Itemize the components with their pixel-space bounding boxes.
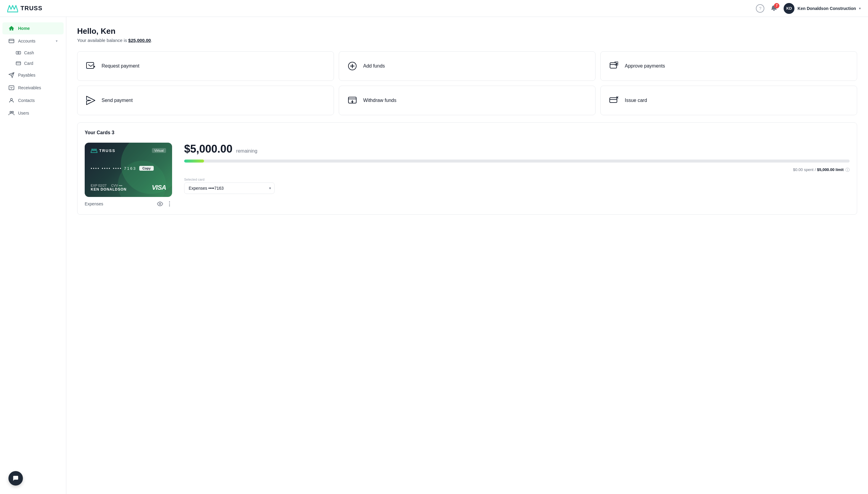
balance-prefix: Your available balance is [77, 38, 129, 43]
svg-marker-0 [7, 5, 18, 12]
spend-info: $0.00 spent / $5,000.00 limit ⓘ [184, 167, 850, 173]
cards-section: Your Cards 3 TRUSS Virtual [77, 122, 857, 215]
issue-card-card[interactable]: Issue card [600, 86, 857, 115]
balance-text: Your available balance is $25,000.00. [77, 38, 857, 43]
remaining-amount: $5,000.00 [184, 142, 232, 155]
svg-marker-21 [86, 96, 95, 104]
send-payment-label: Send payment [102, 98, 133, 103]
cards-section-title: Your Cards 3 [85, 130, 850, 135]
card-content: TRUSS Virtual •••• •••• •••• 7163 Copy E… [85, 142, 850, 207]
svg-point-12 [12, 111, 14, 113]
card-label-row: Expenses ⋮ [85, 201, 172, 207]
request-payment-label: Request payment [102, 63, 139, 69]
sidebar-item-contacts[interactable]: Contacts [2, 94, 64, 107]
svg-rect-5 [16, 62, 21, 65]
sidebar-label-payables: Payables [18, 73, 58, 77]
progress-fill [184, 159, 204, 163]
card-icon [16, 61, 21, 66]
action-grid: Request payment Add funds Approve paymen… [77, 51, 857, 115]
notifications-button[interactable]: 7 [770, 5, 777, 12]
chevron-down-icon: ▾ [859, 6, 861, 11]
info-icon: ⓘ [845, 167, 850, 173]
approve-payments-card[interactable]: Approve payments [600, 51, 857, 81]
add-funds-icon [346, 60, 358, 72]
card-holder-name: KEN DONALDSON [91, 187, 126, 191]
svg-point-30 [159, 203, 161, 205]
chat-icon [12, 475, 19, 482]
svg-point-4 [18, 52, 19, 54]
selected-card-label: Selected card [184, 178, 850, 181]
issue-card-label: Issue card [625, 98, 647, 103]
card-select-wrap: Expenses ••••7163 ▾ [184, 183, 275, 194]
visa-card: TRUSS Virtual •••• •••• •••• 7163 Copy E… [85, 142, 172, 197]
svg-rect-1 [9, 39, 14, 43]
users-icon [8, 110, 15, 116]
card-view-button[interactable] [157, 201, 163, 207]
visa-brand-label: VISA [152, 184, 166, 191]
receivables-icon [8, 85, 15, 91]
sidebar-item-card[interactable]: Card [16, 58, 66, 69]
page-title: Hello, Ken [77, 26, 857, 36]
svg-marker-29 [91, 149, 97, 153]
app-logo[interactable]: TRUSS [7, 4, 42, 13]
card-number: •••• •••• •••• 7163 Copy [91, 166, 166, 171]
sidebar-item-cash[interactable]: Cash [16, 48, 66, 58]
user-menu-button[interactable]: KD Ken Donaldson Construction ▾ [784, 3, 861, 14]
svg-rect-9 [9, 86, 14, 90]
send-payment-card[interactable]: Send payment [77, 86, 334, 115]
spending-progress-bar [184, 159, 850, 163]
help-button[interactable]: ? [756, 4, 764, 13]
sidebar-item-receivables[interactable]: Receivables [2, 82, 64, 94]
card-menu-button[interactable]: ⋮ [167, 201, 172, 207]
send-payment-icon [85, 94, 97, 107]
home-icon [8, 25, 15, 31]
approve-payments-label: Approve payments [625, 63, 665, 69]
card-logo: TRUSS [91, 148, 115, 153]
sidebar-label-cash: Cash [24, 50, 34, 55]
sidebar-label-home: Home [18, 26, 58, 31]
card-brand-name: TRUSS [99, 148, 115, 153]
notification-badge: 7 [774, 3, 780, 8]
main-content: Hello, Ken Your available balance is $25… [66, 17, 868, 494]
svg-rect-13 [86, 62, 94, 69]
eye-icon [157, 201, 163, 207]
card-expiry: EXP 02/27 CVV ••• [91, 184, 126, 187]
sidebar-label-receivables: Receivables [18, 86, 58, 90]
user-name: Ken Donaldson Construction [797, 6, 856, 11]
withdraw-funds-card[interactable]: Withdraw funds [339, 86, 595, 115]
sidebar-label-card: Card [24, 61, 33, 66]
sidebar-item-home[interactable]: Home [2, 22, 64, 34]
spend-limit: $5,000.00 limit [817, 167, 844, 173]
cash-icon [16, 50, 21, 56]
contacts-icon [8, 97, 15, 103]
app-name: TRUSS [20, 5, 42, 12]
top-navigation: TRUSS ? 7 KD Ken Donaldson Construction … [0, 0, 868, 17]
visa-card-wrap: TRUSS Virtual •••• •••• •••• 7163 Copy E… [85, 142, 172, 207]
sidebar-item-accounts[interactable]: Accounts ▾ [2, 35, 64, 47]
svg-point-11 [10, 111, 12, 113]
withdraw-funds-label: Withdraw funds [363, 98, 396, 103]
sidebar-item-payables[interactable]: Payables [2, 69, 64, 81]
sidebar-label-accounts: Accounts [18, 39, 52, 43]
card-select[interactable]: Expenses ••••7163 [184, 183, 275, 194]
sidebar: Home Accounts ▾ Cash Card Payables [0, 17, 66, 494]
card-info-panel: $5,000.00 remaining $0.00 spent / $5,000… [184, 142, 850, 194]
card-truss-logo [91, 148, 97, 153]
sidebar-item-users[interactable]: Users [2, 107, 64, 119]
request-payment-icon [85, 60, 97, 72]
sidebar-label-users: Users [18, 111, 58, 115]
chat-button[interactable] [8, 471, 23, 486]
copy-button[interactable]: Copy [139, 166, 154, 171]
request-payment-card[interactable]: Request payment [77, 51, 334, 81]
card-label: Expenses [85, 202, 153, 206]
avatar: KD [784, 3, 794, 14]
add-funds-card[interactable]: Add funds [339, 51, 595, 81]
spend-spent: $0.00 spent [793, 167, 813, 173]
issue-card-icon [608, 94, 620, 107]
svg-point-10 [11, 98, 13, 100]
truss-logo-icon [7, 4, 18, 13]
payables-icon [8, 72, 15, 78]
approve-payments-icon [608, 60, 620, 72]
add-funds-label: Add funds [363, 63, 385, 69]
svg-rect-3 [16, 52, 21, 54]
